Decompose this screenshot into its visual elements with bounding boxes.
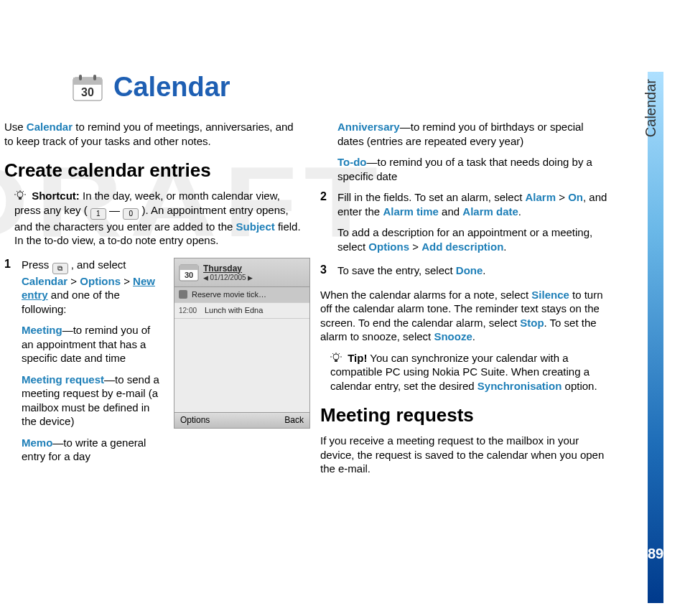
svg-point-15 [333,354,339,360]
entry-type-todo: To-do [337,156,367,168]
page-number: 89 [648,546,663,562]
svg-line-19 [332,353,334,355]
svg-rect-21 [335,360,337,362]
lightbulb-icon [330,352,342,363]
menu-key-icon: ⧉ [52,263,68,274]
tip-label: Tip! [348,352,367,364]
svg-rect-11 [19,197,22,200]
svg-line-10 [23,191,24,192]
svg-line-9 [17,191,18,192]
alarm-paragraph: When the calendar alarms for a note, sel… [320,288,610,344]
field-subject: Subject [236,220,275,233]
softkey-right: Back [284,415,304,425]
heading-create-entries: Create calendar entries [4,159,304,182]
shortcut-label: Shortcut: [32,190,80,202]
svg-rect-2 [79,75,82,80]
key-0: 0 [123,208,139,220]
entry-type-anniversary: Anniversary [337,121,400,133]
svg-rect-1 [73,78,102,85]
entry-text: Lunch with Edna [205,306,263,314]
phone-entry: 12:00 Lunch with Edna [174,303,309,319]
term-calendar: Calendar [27,121,73,133]
step-number-3: 3 [320,263,330,285]
page-edge-band [648,72,663,603]
step-2: 2 Fill in the fields. To set an alarm, s… [320,190,610,261]
entry-type-meeting-request: Meeting request [22,373,104,386]
chapter-side-label: Calendar [643,79,659,137]
svg-line-20 [339,353,340,355]
phone-day-label: Thursday [203,263,253,274]
intro-paragraph: Use Calendar to remind you of meetings, … [4,120,304,148]
svg-rect-13 [180,265,198,270]
meeting-requests-intro: If you receive a meeting request to the … [320,434,610,476]
mini-calendar-icon: 30 [179,262,199,282]
calendar-chapter-icon: 30 [72,73,103,102]
phone-entry-selected: Reserve movie tick… [174,287,309,303]
key-1: 1 [90,208,106,220]
step-1: 1 Press ⧉ , and select Calendar > Option… [4,258,304,471]
chapter-title: Calendar [113,72,230,103]
softkey-left: Options [180,415,210,425]
shortcut-box: Shortcut: In the day, week, or month cal… [4,189,304,248]
step-number-1: 1 [4,258,14,471]
svg-text:30: 30 [185,271,193,279]
heading-meeting-requests: Meeting requests [320,404,610,426]
phone-screenshot: 30 Thursday ◀ 01/12/2005 ▶ Reserve movie… [174,258,310,429]
entry-time: 12:00 [179,307,205,314]
entry-type-meeting: Meeting [22,324,62,336]
step-number-2: 2 [320,190,330,261]
lightbulb-icon [14,190,26,201]
step-3: 3 To save the entry, select Done. [320,263,610,285]
svg-point-5 [17,192,23,197]
svg-text:30: 30 [81,86,94,98]
memo-entry-icon [179,290,187,299]
svg-rect-3 [93,75,96,80]
tip-box: Tip! You can synchronize your calendar w… [320,351,610,393]
entry-type-memo: Memo [22,437,52,449]
phone-date: ◀ 01/12/2005 ▶ [203,274,253,281]
